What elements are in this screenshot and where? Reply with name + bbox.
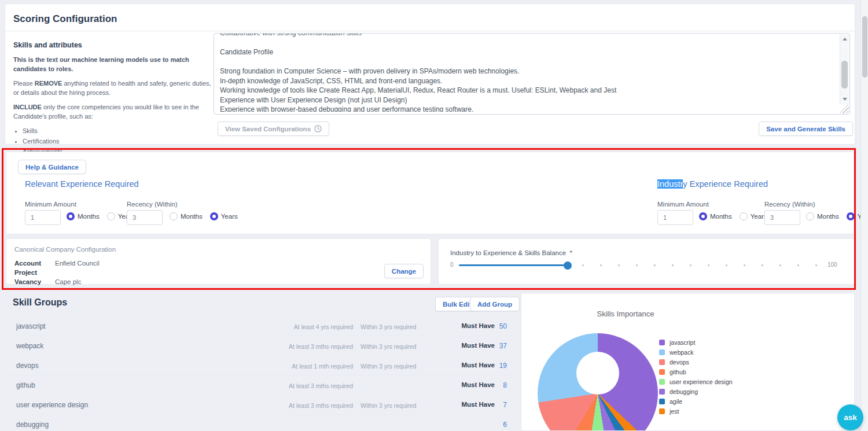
legend-item[interactable]: javascript (659, 337, 733, 347)
skill-name-link[interactable]: javascript (16, 322, 46, 330)
divider (5, 31, 855, 31)
legend-item[interactable]: debugging (659, 386, 733, 396)
min-required-text: At least 1 mth required (266, 363, 353, 370)
min-required-text: At least 3 mths required (266, 402, 353, 409)
page-scrollbar-thumb[interactable] (862, 16, 867, 78)
scroll-up-icon[interactable] (843, 38, 847, 40)
slider-tick (636, 264, 638, 266)
skill-name-link[interactable]: debugging (16, 421, 49, 429)
legend-item[interactable]: user experience design (659, 377, 733, 386)
weight-value[interactable]: 37 (469, 342, 507, 350)
recency-text: Within 3 yrs required (361, 402, 430, 409)
months-radio[interactable] (170, 212, 178, 220)
months-radio[interactable] (699, 212, 707, 220)
legend-item[interactable]: jest (659, 406, 733, 416)
years-radio[interactable] (107, 212, 115, 220)
legend-label: user experience design (670, 378, 733, 385)
skill-groups-heading: Skill Groups (13, 297, 67, 308)
skill-name-link[interactable]: user experience design (16, 401, 88, 409)
industry-min-unit-radios: Months Years (699, 212, 767, 220)
skill-name-link[interactable]: webpack (16, 342, 43, 350)
slider-handle[interactable] (564, 261, 572, 270)
industry-experience-heading: Industry Experience Required (657, 179, 768, 189)
weight-value[interactable]: 6 (469, 421, 507, 429)
legend-item[interactable]: agile (659, 396, 733, 406)
textarea-resize-handle[interactable] (840, 105, 849, 113)
industry-recency-input[interactable] (764, 210, 800, 225)
table-row[interactable]: devops At least 1 mth required Within 3 … (6, 356, 514, 375)
legend-label: agile (670, 398, 682, 405)
relevant-min-amount-input[interactable] (25, 210, 61, 225)
change-button[interactable]: Change (384, 264, 424, 278)
legend-item[interactable]: github (659, 367, 733, 377)
legend-swatch (659, 349, 665, 355)
legend-label: debugging (670, 388, 698, 395)
weight-value[interactable]: 7 (469, 401, 507, 409)
slider-min-label: 0 (450, 261, 454, 268)
legend-item[interactable]: webpack (659, 347, 733, 357)
recency-label: Recency (Within) (764, 201, 815, 208)
scoring-configuration-page: Scoring Configuration Skills and attribu… (0, 0, 868, 431)
legend-item[interactable]: devops (659, 357, 733, 367)
recency-text: Within 3 yrs required (361, 363, 430, 370)
table-row[interactable]: debugging 6 (6, 415, 514, 431)
page-scrollbar[interactable] (860, 0, 868, 431)
candidate-profile-textarea[interactable]: Collaborative with strong communication … (214, 33, 850, 115)
skill-name-link[interactable]: devops (16, 362, 39, 370)
legend-swatch (659, 340, 665, 345)
slider-tick (672, 264, 674, 266)
scrollbar-thumb[interactable] (841, 61, 848, 89)
view-saved-configurations-button[interactable]: View Saved Configurations (218, 121, 329, 136)
slider-tick (582, 264, 584, 266)
bullet-item: Skills (23, 127, 212, 136)
slider-max-label: 100 (827, 261, 837, 268)
recency-text: Within 3 yrs required (361, 323, 430, 330)
table-row[interactable]: webpack At least 3 mths required Within … (6, 336, 514, 356)
slider-tick (726, 264, 727, 266)
slider-tick (654, 264, 656, 266)
donut-chart[interactable] (538, 333, 658, 431)
ask-chat-button[interactable]: ask (837, 404, 863, 430)
skills-importance-chart-card: Skills Importance javascriptwebpackdevop… (521, 293, 855, 431)
chart-legend: javascriptwebpackdevopsgithubuser experi… (659, 337, 733, 416)
remove-instruction: Please REMOVE anything related to health… (13, 79, 212, 98)
slider-tick (600, 264, 602, 266)
recency-label: Recency (Within) (127, 201, 178, 208)
table-row[interactable]: github At least 3 mths required Must Hav… (6, 375, 514, 395)
slider-tick (618, 264, 620, 266)
skills-attributes-heading: Skills and attributes (13, 40, 212, 50)
help-and-guidance-button[interactable]: Help & Guidance (18, 160, 86, 174)
table-row[interactable]: user experience design At least 3 mths r… (6, 395, 514, 415)
legend-swatch (659, 369, 665, 375)
min-required-text: At least 4 yrs required (266, 323, 353, 330)
industry-balance-card: Industry to Experience & Skills Balance … (438, 238, 856, 285)
donut-hole (576, 352, 619, 395)
legend-label: jest (670, 408, 679, 415)
textarea-scrollbar[interactable] (840, 34, 849, 104)
vacancy-row: VacancyCape plc (14, 278, 81, 285)
relevant-recency-input[interactable] (127, 210, 163, 225)
years-radio[interactable] (210, 212, 218, 220)
months-radio[interactable] (67, 212, 75, 220)
scroll-down-icon[interactable] (843, 98, 847, 101)
weight-value[interactable]: 19 (469, 362, 507, 370)
canonical-heading: Canonical Company Configuration (14, 246, 116, 253)
chart-title: Skills Importance (582, 310, 669, 318)
canonical-company-configuration-card: Canonical Company Configuration AccountE… (6, 238, 431, 285)
weight-value[interactable]: 50 (469, 322, 507, 330)
account-row: AccountEnfield Council (14, 260, 100, 267)
years-radio[interactable] (847, 212, 855, 220)
save-and-generate-skills-button[interactable]: Save and Generate Skills (759, 121, 853, 136)
table-row[interactable]: javascript At least 4 yrs required Withi… (6, 316, 514, 336)
add-group-button[interactable]: Add Group (470, 297, 520, 311)
skill-name-link[interactable]: github (16, 381, 35, 389)
slider-tick (797, 264, 799, 266)
slider-tick (815, 264, 817, 266)
slider-filled-track[interactable] (459, 264, 568, 266)
slider-tick (744, 264, 745, 266)
months-radio[interactable] (806, 212, 814, 220)
legend-swatch (659, 359, 665, 365)
weight-value[interactable]: 8 (469, 381, 507, 389)
years-radio[interactable] (740, 212, 748, 220)
industry-min-amount-input[interactable] (657, 210, 693, 225)
